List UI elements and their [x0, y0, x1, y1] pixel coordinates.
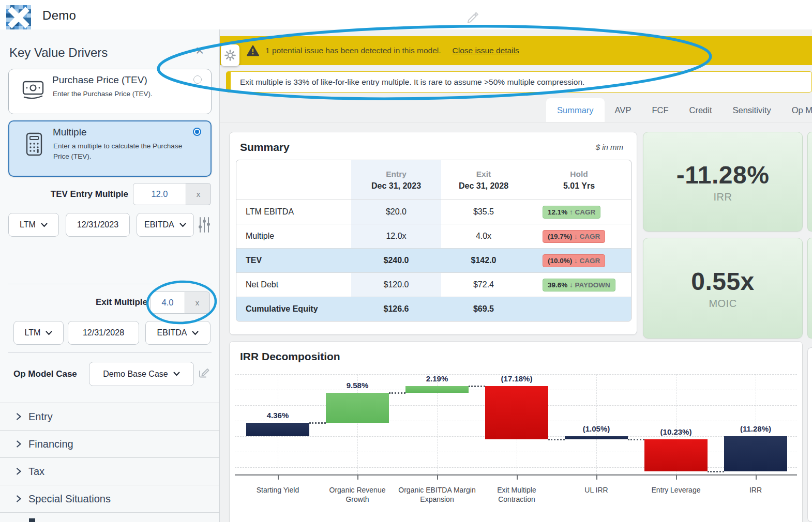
table-row: Multiple12.0x4.0x(19.7%) ↓ CAGR — [236, 224, 631, 248]
column-header-bottom: Dec 31, 2023 — [371, 181, 421, 191]
entry-value: $240.0 — [351, 249, 441, 272]
issue-banner-message: 1 potential issue has been detected in t… — [265, 46, 441, 55]
row-label: LTM EBITDA — [236, 207, 351, 217]
axis-tick — [278, 474, 279, 480]
axis-category-label: Organic Revenue Growth — [319, 485, 396, 504]
axis-category-label: Organic EBITDA Margin Expansion — [398, 485, 476, 504]
waterfall-connector — [628, 439, 644, 440]
row-label: Cumulative Equity — [236, 304, 351, 314]
section-label: Entry — [28, 411, 53, 423]
edit-case-icon[interactable] — [198, 367, 209, 378]
exit-value: $35.5 — [441, 207, 526, 217]
sidebar-section-tax[interactable]: Tax — [0, 457, 219, 485]
entry-value: $20.0 — [351, 200, 441, 224]
close-issue-details-link[interactable]: Close issue details — [453, 46, 519, 55]
mosaic-x-logo — [6, 5, 31, 30]
bar-value-label: 2.19% — [398, 374, 476, 383]
cut-off-panel — [807, 238, 812, 339]
panel-title: Key Value Drivers — [9, 45, 108, 60]
hold-cell: (19.7%) ↓ CAGR — [526, 230, 631, 243]
exit-multiple-input[interactable] — [150, 291, 185, 314]
exit-metric-select[interactable]: EBITDA — [145, 321, 210, 345]
column-header-bottom: Dec 31, 2028 — [441, 181, 526, 191]
issue-settings-tab[interactable] — [221, 44, 239, 66]
column-header-top: Entry — [386, 170, 407, 179]
badge-up: 12.1% ↑ CAGR — [543, 206, 600, 219]
axis-tick — [676, 474, 677, 480]
tev-entry-multiple-input[interactable] — [133, 183, 186, 205]
bar-value-label: (17.18%) — [478, 374, 555, 383]
op-model-case-select[interactable]: Demo Base Case — [89, 362, 194, 386]
badge-down: (19.7%) ↓ CAGR — [543, 230, 605, 243]
moic-value: 0.55x — [691, 267, 755, 296]
tab-avp[interactable]: AVP — [605, 98, 642, 122]
badge-word: ↓ CAGR — [572, 233, 600, 240]
badge-value: 12.1% — [548, 208, 567, 216]
table-row: LTM EBITDA$20.0$35.512.1% ↑ CAGR — [236, 199, 631, 224]
tab-credit[interactable]: Credit — [679, 98, 722, 122]
badge-down: (10.0%) ↓ CAGR — [543, 254, 605, 267]
purchase-price-radio[interactable] — [193, 75, 202, 84]
chevron-down-icon — [46, 331, 52, 335]
page-title: Demo — [42, 8, 76, 23]
row-label: Net Debt — [236, 280, 351, 289]
entry-date-value: 12/31/2023 — [77, 220, 118, 229]
tab-fcf[interactable]: FCF — [641, 98, 679, 122]
tab-summary[interactable]: Summary — [546, 98, 605, 122]
tab-sensitivity[interactable]: Sensitivity — [722, 98, 781, 122]
tab-bar: SummaryAVPFCFCreditSensitivityOp Model — [220, 98, 812, 122]
sidebar-section-entry[interactable]: Entry — [0, 403, 219, 430]
entry-metric-value: EBITDA — [144, 220, 174, 229]
hold-cell: 39.6% ↓ PAYDOWN — [526, 279, 631, 291]
calculator-icon — [25, 132, 43, 157]
divider — [8, 352, 212, 352]
axis-tick — [437, 474, 438, 480]
entry-metric-select[interactable]: EBITDA — [137, 213, 194, 237]
entry-value: $120.0 — [351, 273, 441, 297]
tab-op-model[interactable]: Op Model — [781, 98, 812, 122]
column-header-bottom: 5.01 Yrs — [526, 181, 631, 191]
exit-period-select[interactable]: LTM — [13, 321, 64, 345]
chevron-right-icon — [16, 494, 22, 503]
edit-title-pencil-icon[interactable] — [465, 9, 479, 23]
waterfall-bar-irr — [724, 436, 787, 471]
chevron-down-icon — [173, 372, 180, 376]
cut-off-panel — [807, 132, 812, 232]
table-row: Net Debt$120.0$72.439.6% ↓ PAYDOWN — [236, 272, 631, 297]
summary-column-header: EntryDec 31, 2023 — [351, 160, 441, 199]
entry-period-value: LTM — [20, 220, 36, 229]
moic-label: MOIC — [709, 298, 736, 310]
chevron-down-icon — [192, 331, 199, 335]
cut-off-panel — [807, 347, 812, 522]
units-note: $ in mm — [596, 143, 623, 151]
sidebar-section-financing[interactable]: Financing — [0, 430, 219, 457]
entry-period-select[interactable]: LTM — [8, 213, 59, 237]
chart-gridline — [235, 452, 797, 452]
banknote-icon — [21, 80, 45, 101]
close-icon[interactable]: × — [196, 43, 204, 58]
summary-title: Summary — [240, 141, 290, 153]
waterfall-connector — [469, 386, 485, 387]
axis-tick — [517, 474, 518, 480]
waterfall-bar-organic-ebitda-margin-expansion — [405, 386, 469, 393]
multiple-radio[interactable] — [193, 128, 201, 136]
divider — [8, 284, 212, 284]
axis-category-label: UL IRR — [558, 485, 635, 495]
multiple-option-card[interactable]: Multiple Enter a multiple to calculate t… — [8, 120, 212, 177]
purchase-price-option-card[interactable]: Purchase Price (TEV) Enter the Purchase … — [8, 69, 212, 114]
waterfall-bar-entry-leverage — [644, 439, 708, 471]
gear-icon — [224, 50, 236, 61]
entry-date-button[interactable]: 12/31/2023 — [66, 213, 130, 237]
summary-card: Summary $ in mm EntryDec 31, 2023ExitDec… — [229, 132, 637, 335]
op-model-case-value: Demo Base Case — [103, 370, 168, 379]
section-label: Special Situations — [28, 493, 111, 505]
exit-date-button[interactable]: 12/31/2028 — [68, 321, 139, 345]
chevron-right-icon — [16, 412, 22, 421]
waterfall-bar-ul-irr — [565, 436, 628, 439]
sliders-icon[interactable] — [198, 216, 210, 234]
axis-tick — [357, 474, 358, 480]
sidebar-section-special-situations[interactable]: Special Situations — [0, 485, 219, 512]
chevron-down-icon — [41, 223, 48, 227]
moic-metric-panel: 0.55x MOIC — [643, 238, 803, 339]
exit-value: $69.5 — [441, 304, 526, 314]
